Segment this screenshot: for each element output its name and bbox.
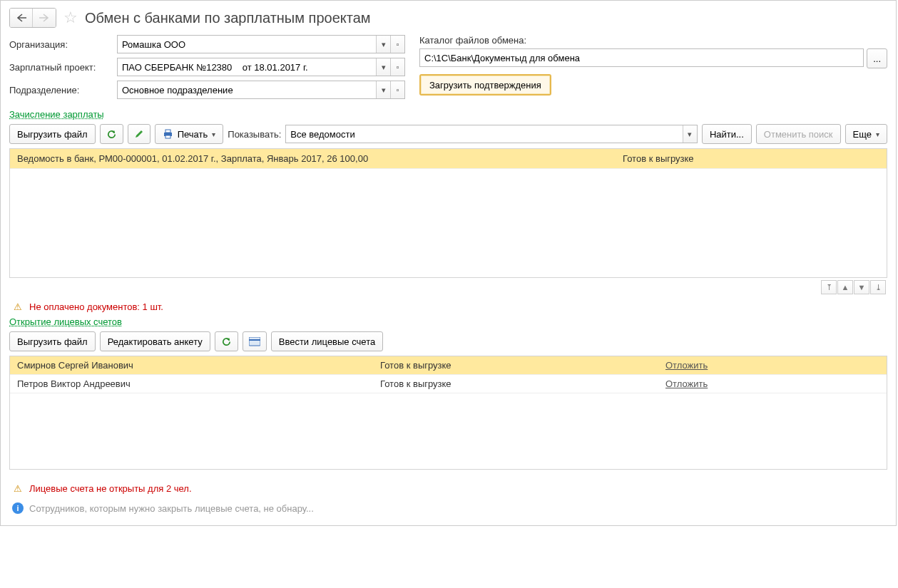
statements-grid[interactable]: Ведомость в банк, РМ00-000001, 01.02.201…: [9, 148, 887, 278]
label-organization: Организация:: [9, 39, 113, 50]
label-project: Зарплатный проект:: [9, 62, 113, 73]
show-filter-dropdown-button[interactable]: ▾: [683, 125, 697, 143]
svg-rect-1: [165, 130, 170, 133]
org-open-button[interactable]: ▫: [390, 36, 404, 53]
chevron-down-icon: ▾: [212, 130, 215, 138]
edit-form-button[interactable]: Редактировать анкету: [100, 331, 210, 351]
export-file-button[interactable]: Выгрузить файл: [9, 124, 96, 144]
employee-status: Готов к выгрузке: [380, 378, 665, 389]
print-label: Печать: [178, 129, 208, 140]
back-button[interactable]: [10, 9, 33, 27]
card-icon: [249, 337, 260, 346]
export-file-button-2[interactable]: Выгрузить файл: [9, 331, 96, 351]
warning-icon: ⚠: [12, 301, 24, 312]
unpaid-message: Не оплачено документов: 1 шт.: [29, 301, 163, 312]
refresh-button[interactable]: [100, 124, 123, 144]
statement-status: Готов к выгрузке: [623, 153, 879, 164]
cancel-find-button[interactable]: Отменить поиск: [756, 124, 841, 144]
create-accounts-button[interactable]: Ввести лицевые счета: [271, 331, 383, 351]
project-input[interactable]: [118, 58, 376, 76]
project-field[interactable]: ▾ ▫: [117, 58, 405, 76]
grid-nav-down[interactable]: ▼: [854, 280, 869, 294]
org-dropdown-button[interactable]: ▾: [376, 36, 390, 53]
refresh-icon: [221, 336, 232, 347]
project-dropdown-button[interactable]: ▾: [376, 58, 390, 76]
load-confirmations-button[interactable]: Загрузить подтверждения: [419, 74, 551, 96]
postpone-link[interactable]: Отложить: [665, 360, 708, 371]
show-filter-field[interactable]: ▾: [285, 125, 698, 143]
project-open-button[interactable]: ▫: [390, 58, 404, 76]
employee-name: Смирнов Сергей Иванович: [17, 360, 380, 371]
division-field[interactable]: ▾ ▫: [117, 81, 405, 99]
organization-input[interactable]: [118, 36, 376, 53]
printer-icon: [163, 129, 173, 139]
postpone-link[interactable]: Отложить: [665, 378, 708, 389]
employees-grid-row[interactable]: Смирнов Сергей ИвановичГотов к выгрузкеО…: [10, 356, 887, 375]
no-close-found-message: Сотрудников, которым нужно закрыть лицев…: [29, 503, 314, 514]
warning-icon: ⚠: [12, 483, 24, 494]
division-dropdown-button[interactable]: ▾: [376, 81, 390, 98]
employees-grid[interactable]: Смирнов Сергей ИвановичГотов к выгрузкеО…: [9, 356, 887, 470]
nav-buttons[interactable]: [9, 8, 56, 28]
info-icon: i: [12, 502, 24, 514]
find-button[interactable]: Найти...: [702, 124, 752, 144]
more-button[interactable]: Еще ▾: [845, 124, 887, 144]
salary-credit-link[interactable]: Зачисление зарплаты: [9, 109, 104, 120]
pencil-icon: [134, 129, 144, 139]
division-open-button[interactable]: ▫: [390, 81, 404, 98]
employee-status: Готов к выгрузке: [380, 360, 665, 371]
statement-text: Ведомость в банк, РМ00-000001, 01.02.201…: [17, 153, 623, 164]
open-accounts-link[interactable]: Открытие лицевых счетов: [9, 316, 122, 327]
svg-rect-3: [249, 337, 260, 346]
grid-nav-last[interactable]: ⤓: [870, 280, 886, 294]
accounts-not-open-message: Лицевые счета не открыты для 2 чел.: [29, 483, 192, 494]
forward-button[interactable]: [33, 9, 56, 27]
refresh-icon: [106, 129, 117, 140]
edit-button[interactable]: [128, 124, 150, 144]
employee-name: Петров Виктор Андреевич: [17, 378, 380, 389]
organization-field[interactable]: ▾ ▫: [117, 35, 405, 53]
catalog-path-field[interactable]: [419, 48, 864, 67]
svg-rect-2: [165, 135, 170, 138]
svg-rect-4: [249, 339, 260, 341]
more-label: Еще: [853, 129, 872, 140]
grid-nav-arrows: ⤒ ▲ ▼ ⤓: [9, 278, 887, 296]
chevron-down-icon: ▾: [876, 130, 879, 138]
page-title: Обмен с банками по зарплатным проектам: [85, 10, 371, 26]
grid-nav-up[interactable]: ▲: [837, 280, 853, 294]
catalog-browse-button[interactable]: ...: [867, 48, 887, 68]
refresh-button-2[interactable]: [215, 331, 238, 351]
division-input[interactable]: [118, 81, 376, 98]
label-catalog: Каталог файлов обмена:: [419, 35, 887, 46]
card-button[interactable]: [243, 331, 267, 351]
show-filter-input[interactable]: [286, 125, 683, 143]
statements-grid-row[interactable]: Ведомость в банк, РМ00-000001, 01.02.201…: [10, 149, 887, 169]
favorite-star-icon[interactable]: ☆: [63, 9, 78, 27]
print-button[interactable]: Печать ▾: [155, 124, 224, 144]
grid-nav-first[interactable]: ⤒: [821, 280, 837, 294]
catalog-path-input[interactable]: [420, 49, 863, 66]
label-show: Показывать:: [228, 129, 281, 140]
label-division: Подразделение:: [9, 85, 113, 96]
employees-grid-row[interactable]: Петров Виктор АндреевичГотов к выгрузкеО…: [10, 375, 887, 393]
